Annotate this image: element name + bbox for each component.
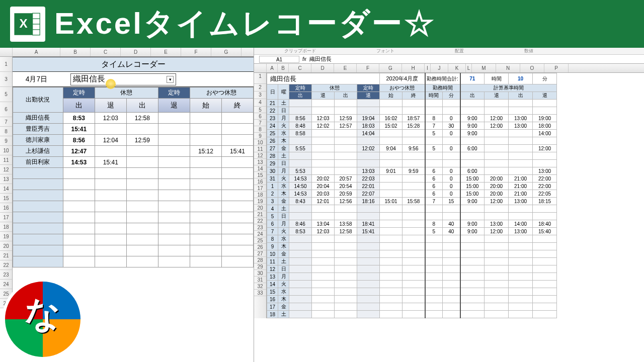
timecard-row[interactable]: 24火 8:4812:0212:57 18:0315:0215:28 730 9… <box>267 122 557 130</box>
col-A[interactable]: A <box>267 64 278 72</box>
clock-in-button[interactable]: 出 <box>63 99 95 113</box>
formula-bar[interactable]: A1 fx 織田信長 <box>254 55 644 64</box>
row-head[interactable]: 16 <box>0 203 12 213</box>
timecard-row[interactable]: 26木 <box>267 137 557 145</box>
timecard-row[interactable]: 21土 <box>267 100 557 107</box>
col-F[interactable]: F <box>357 64 379 72</box>
timecard-row[interactable]: 2木 14:5320:0320:59 22:07 60 15:0020:0021… <box>267 190 557 198</box>
table-row[interactable] <box>13 245 254 256</box>
emp-name-cell[interactable]: 織田信長 <box>267 73 380 84</box>
formula-value[interactable]: 織田信長 <box>309 55 332 63</box>
row-head[interactable]: 6 <box>254 113 266 120</box>
timecard-row[interactable]: 14火 <box>267 281 557 288</box>
row-head[interactable]: 24 <box>0 280 12 289</box>
row-head[interactable]: 10 <box>0 146 12 155</box>
table-row[interactable] <box>13 179 254 190</box>
col-J[interactable]: J <box>431 64 448 72</box>
col-E[interactable]: E <box>151 48 181 56</box>
col-B[interactable]: B <box>278 64 289 72</box>
row-head[interactable]: 2 <box>254 84 266 92</box>
col-G[interactable]: G <box>211 48 242 56</box>
row-head[interactable]: 27 <box>254 250 266 257</box>
col-C[interactable]: C <box>91 48 121 56</box>
col-M[interactable]: M <box>472 64 496 72</box>
table-row[interactable]: 徳川家康8:5612:0412:59 <box>13 135 254 146</box>
col-K[interactable]: K <box>448 64 466 72</box>
timecard-row[interactable]: 3金 8:4312:0112:56 18:1615:0115:58 715 9:… <box>267 198 557 205</box>
row-head[interactable]: 23 <box>254 224 266 231</box>
col-L[interactable]: L <box>466 64 472 72</box>
snack-start-button[interactable]: 始 <box>190 99 221 113</box>
timecard-row[interactable]: 31火 14:5320:0220:57 22:03 60 15:0020:002… <box>267 175 557 183</box>
row-head[interactable]: 12 <box>0 165 12 174</box>
row-head[interactable]: 7 <box>0 117 12 127</box>
timecard-row[interactable]: 25水 8:58 14:04 50 9:0014:00 <box>267 130 557 137</box>
row-head[interactable]: 1 <box>254 73 266 84</box>
col-N[interactable]: N <box>496 64 520 72</box>
timecard-row[interactable]: 28土 <box>267 152 557 160</box>
row-head[interactable]: 20 <box>0 241 12 251</box>
row-head[interactable]: 11 <box>0 155 12 165</box>
col-H[interactable]: H <box>402 64 425 72</box>
table-row[interactable]: 前田利家14:5315:41 <box>13 157 254 168</box>
row-head[interactable]: 12 <box>254 152 266 159</box>
row-head[interactable]: 32 <box>254 283 266 290</box>
row-head[interactable]: 18 <box>0 222 12 232</box>
row-head[interactable]: 3 <box>254 92 266 99</box>
row-head[interactable]: 8 <box>254 126 266 133</box>
row-head[interactable]: 29 <box>254 263 266 270</box>
timecard-row[interactable]: 12日 <box>267 265 557 273</box>
row-head[interactable]: 23 <box>0 270 12 280</box>
name-box[interactable]: A1 <box>259 56 299 63</box>
row-head[interactable]: 15 <box>0 194 12 203</box>
row-head[interactable]: 18 <box>254 192 266 198</box>
table-row[interactable]: 豊臣秀吉15:41 <box>13 124 254 135</box>
table-row[interactable] <box>13 168 254 179</box>
table-row[interactable] <box>13 234 254 245</box>
row-head[interactable]: 6 <box>0 102 12 117</box>
row-head[interactable]: 3 <box>0 72 12 87</box>
break-out-button[interactable]: 退 <box>95 99 126 113</box>
row-head[interactable]: 14 <box>254 165 266 172</box>
row-head[interactable]: 26 <box>254 244 266 250</box>
table-row[interactable] <box>13 212 254 223</box>
row-head[interactable]: 9 <box>0 136 12 146</box>
table-row[interactable]: 上杉謙信12:4715:1215:41 <box>13 146 254 157</box>
col-C[interactable]: C <box>289 64 311 72</box>
col-F[interactable]: F <box>181 48 211 56</box>
timecard-row[interactable]: 11土 <box>267 258 557 265</box>
row-head[interactable]: 21 <box>0 251 12 260</box>
row-head[interactable]: 10 <box>254 139 266 146</box>
row-head[interactable]: 5 <box>0 87 12 102</box>
timecard-row[interactable]: 1水 14:5020:0420:54 22:01 60 15:0020:0021… <box>267 183 557 190</box>
row-head[interactable]: 8 <box>0 127 12 136</box>
timecard-row[interactable]: 10金 <box>267 250 557 258</box>
table-row[interactable] <box>13 223 254 234</box>
row-head[interactable]: 31 <box>254 277 266 283</box>
timecard-row[interactable]: 16木 <box>267 296 557 303</box>
timecard-row[interactable]: 18土 <box>267 311 557 318</box>
row-head[interactable]: 4 <box>254 99 266 107</box>
timecard-row[interactable]: 22日 <box>267 107 557 115</box>
break-in-button[interactable]: 出 <box>126 99 158 113</box>
row-head[interactable]: 7 <box>254 120 266 126</box>
name-dropdown[interactable]: 織田信長 ▾ <box>70 73 176 85</box>
timecard-row[interactable]: 7火 8:5312:0312:58 15:41 540 9:0012:0013:… <box>267 228 557 235</box>
row-head[interactable]: 22 <box>0 260 12 270</box>
timecard-row[interactable]: 13月 <box>267 273 557 281</box>
timecard-row[interactable]: 17金 <box>267 303 557 311</box>
timecard-row[interactable]: 6月 8:4613:0413:58 18:41 840 9:0013:0014:… <box>267 220 557 228</box>
clock-out-button[interactable]: 退 <box>158 99 190 113</box>
table-row[interactable] <box>13 190 254 201</box>
timecard-row[interactable]: 9木 <box>267 243 557 250</box>
row-head[interactable]: 17 <box>0 213 12 222</box>
row-head[interactable]: 16 <box>254 178 266 185</box>
timecard-table[interactable]: 織田信長 2020年4月度 勤務時間合計: 71 時間 10 分 日 曜 定時 … <box>267 73 557 318</box>
row-head[interactable]: 28 <box>254 257 266 263</box>
row-head[interactable]: 15 <box>254 172 266 178</box>
timecard-row[interactable]: 15水 <box>267 288 557 296</box>
timecard-row[interactable]: 23月 8:5612:0312:59 19:0416:0218:57 80 9:… <box>267 115 557 122</box>
col-P[interactable]: P <box>544 64 569 72</box>
row-head[interactable]: 25 <box>254 237 266 244</box>
timecard-row[interactable]: 5日 <box>267 213 557 220</box>
